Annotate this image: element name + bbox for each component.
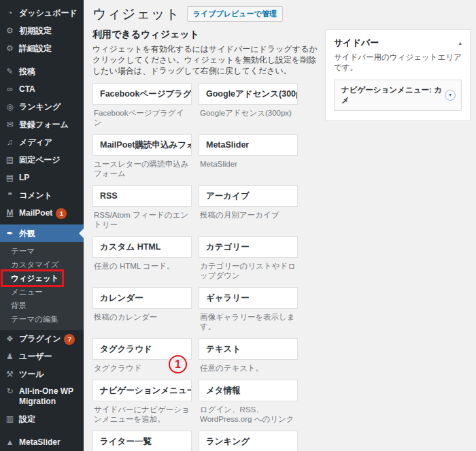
widget-calendar[interactable]: カレンダー: [92, 287, 192, 309]
sidebar-panel-header[interactable]: サイドバー ▴: [326, 30, 470, 50]
sidebar-item-label: ダッシュボード: [19, 7, 78, 19]
appearance-submenu: テーマ カスタマイズ ウィジェット メニュー 背景 テーマの編集: [0, 242, 84, 330]
sidebar-item-label: LP: [19, 171, 29, 184]
sidebar-item-registration-form[interactable]: ✉ 登録フォーム: [0, 116, 84, 133]
pin-icon: ✎: [5, 65, 14, 78]
admin-sidebar: ◔ ダッシュボード ⚙ 初期設定 ⚙ 詳細設定 ✎ 投稿 ∞ CTA ◎ ランキ…: [0, 0, 84, 451]
widget-writer-list[interactable]: ライター一覧: [92, 431, 192, 451]
sidebar-item-label: 詳細設定: [19, 42, 52, 54]
sidebar-item-label: プラグイン7: [19, 333, 75, 345]
panel-collapse-icon[interactable]: ▴: [458, 39, 462, 46]
widget-cell-rss: RSS RSS/Atom フィードのエントリー: [92, 185, 192, 229]
widget-description: 任意のテキスト。: [200, 363, 296, 373]
pages-icon: ▤: [5, 171, 14, 184]
widget-facebook-page-plugin[interactable]: Facebookページプラグイン: [92, 83, 192, 105]
metaslider-icon: ▲: [5, 436, 14, 448]
widget-description: MetaSlider: [200, 159, 296, 169]
sidebar-item-tools[interactable]: ⚒ ツール: [0, 365, 84, 383]
widget-title: ナビゲーションメニュー: [100, 386, 192, 395]
widget-google-adsense[interactable]: Googleアドセンス(300px): [199, 83, 298, 105]
widget-description: 画像ギャラリーを表示します。: [200, 312, 296, 331]
sidebar-item-label: All-in-One WP Migration: [19, 386, 80, 407]
sidebar-panel-description: サイドバー用のウィジェットエリアです。: [334, 52, 462, 73]
sidebar-widget-area-panel: サイドバー ▴ サイドバー用のウィジェットエリアです。 ナビゲーションメニュー:…: [325, 29, 471, 121]
pages-icon: ▤: [5, 154, 14, 166]
envelope-icon: ✉: [5, 118, 14, 131]
gear-icon: ⚙: [5, 42, 14, 54]
widget-cell-gallery: ギャラリー 画像ギャラリーを表示します。: [199, 287, 298, 331]
widget-archives[interactable]: アーカイブ: [199, 185, 298, 207]
submenu-item-widgets[interactable]: ウィジェット: [0, 271, 84, 285]
sidebar-item-media[interactable]: ♫ メディア: [0, 133, 84, 151]
submenu-item-background[interactable]: 背景: [0, 299, 84, 312]
sidebar-item-pages[interactable]: ▤ 固定ページ: [0, 151, 84, 169]
submenu-item-label: ウィジェット: [11, 274, 59, 282]
link-icon: ∞: [5, 83, 14, 95]
sidebar-panel-title: サイドバー: [334, 37, 379, 49]
mailpoet-count-badge: 1: [56, 208, 67, 219]
widget-meta[interactable]: メタ情報: [199, 380, 298, 401]
live-preview-manage-button[interactable]: ライブプレビューで管理: [187, 6, 283, 22]
widget-cell-ranking: ランキング ランキング: [199, 431, 298, 451]
widget-cell-custom-html: カスタム HTML 任意の HTML コード。: [92, 236, 192, 280]
sidebar-item-plugins[interactable]: ❖ プラグイン7: [0, 330, 84, 348]
widget-cell-navigation-menu: 1 ナビゲーションメニュー サイドバーにナビゲーションメニューを追加。: [92, 380, 192, 424]
sidebar-item-users[interactable]: ♟ ユーザー: [0, 348, 84, 365]
sidebar-item-mailpoet[interactable]: M MailPoet1: [0, 204, 84, 222]
gear-icon: ⚙: [5, 24, 14, 37]
menu-separator: [0, 428, 84, 433]
page-title: ウィジェット: [92, 5, 180, 22]
submenu-item-themes[interactable]: テーマ: [0, 244, 84, 258]
sidebar-item-label: ランキング: [19, 101, 61, 113]
sidebar-item-dashboard[interactable]: ◔ ダッシュボード: [0, 4, 84, 22]
sidebar-item-comments[interactable]: ❝ コメント: [0, 186, 84, 204]
sidebar-item-label: ツール: [19, 368, 44, 380]
submenu-item-theme-editor[interactable]: テーマの編集: [0, 312, 84, 326]
widget-text[interactable]: テキスト: [199, 338, 298, 360]
widget-navigation-menu[interactable]: ナビゲーションメニュー: [92, 380, 192, 401]
sidebar-item-ranking[interactable]: ◎ ランキング: [0, 98, 84, 116]
widget-custom-html[interactable]: カスタム HTML: [92, 236, 192, 258]
widget-description: カテゴリーのリストやドロップダウン: [200, 261, 296, 280]
sidebar-item-settings[interactable]: ▥ 設定: [0, 410, 84, 428]
wordpress-admin-screen: ◔ ダッシュボード ⚙ 初期設定 ⚙ 詳細設定 ✎ 投稿 ∞ CTA ◎ ランキ…: [0, 0, 476, 451]
widget-mailpoet-subscription-form[interactable]: MailPoet購読申込みフォ…: [92, 134, 192, 156]
sidebar-item-label: ユーザー: [19, 350, 52, 363]
submenu-item-menus[interactable]: メニュー: [0, 285, 84, 299]
sidebar-item-label: 固定ページ: [19, 154, 61, 166]
widget-description: Googleアドセンス(300px): [200, 108, 296, 118]
sidebar-item-all-in-one-wp-migration[interactable]: ↻ All-in-One WP Migration: [0, 383, 84, 410]
widget-gallery[interactable]: ギャラリー: [199, 287, 298, 309]
widget-description: サイドバーにナビゲーションメニューを追加。: [94, 405, 190, 424]
widget-cell-archives: アーカイブ 投稿の月別アーカイブ: [199, 185, 298, 229]
sidebar-item-advanced-settings[interactable]: ⚙ 詳細設定: [0, 39, 84, 57]
widget-description: 任意の HTML コード。: [94, 261, 190, 271]
widget-categories[interactable]: カテゴリー: [199, 236, 298, 258]
user-icon: ♟: [5, 350, 14, 363]
media-icon: ♫: [5, 136, 14, 148]
placed-widget-title: ナビゲーションメニュー: カメ: [341, 85, 445, 105]
placed-widget-navigation-menu[interactable]: ナビゲーションメニュー: カメ ▾: [334, 80, 462, 111]
sidebar-item-lp[interactable]: ▤ LP: [0, 169, 84, 186]
page-title-row: ウィジェット ライブプレビューで管理: [92, 5, 471, 22]
chevron-down-icon[interactable]: ▾: [445, 90, 456, 101]
submenu-item-customize[interactable]: カスタマイズ: [0, 258, 84, 271]
sidebar-item-label: 登録フォーム: [19, 118, 69, 131]
sidebar-item-appearance[interactable]: ✒ 外観: [0, 224, 84, 242]
dashboard-icon: ◔: [5, 7, 14, 19]
appearance-icon: ✒: [5, 227, 14, 239]
widget-cell-text: テキスト 任意のテキスト。: [199, 338, 298, 373]
widget-description: RSS/Atom フィードのエントリー: [94, 210, 190, 229]
widget-ranking[interactable]: ランキング: [199, 431, 298, 451]
widget-rss[interactable]: RSS: [92, 185, 192, 207]
sidebar-item-posts[interactable]: ✎ 投稿: [0, 63, 84, 80]
widget-cell-facebook-page-plugin: Facebookページプラグイン Facebookページプラグイン: [92, 83, 192, 127]
comment-icon: ❝: [5, 189, 14, 201]
widget-metaslider[interactable]: MetaSlider: [199, 134, 298, 156]
sidebar-item-metaslider[interactable]: ▲ MetaSlider: [0, 433, 84, 451]
widget-description: ログイン、RSS、WordPress.org へのリンク: [200, 405, 296, 424]
sidebar-item-label: 設定: [19, 413, 35, 425]
sidebar-item-initial-settings[interactable]: ⚙ 初期設定: [0, 22, 84, 39]
sidebar-item-cta[interactable]: ∞ CTA: [0, 80, 84, 98]
migration-icon: ↻: [5, 386, 14, 397]
